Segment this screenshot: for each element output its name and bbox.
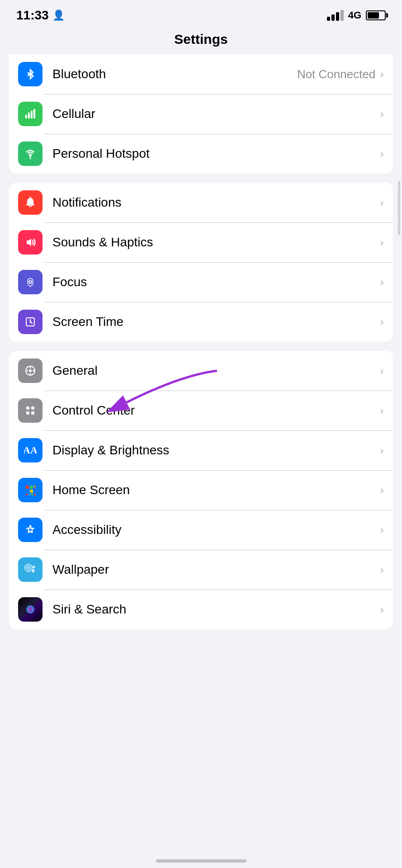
svg-rect-23 — [31, 406, 34, 410]
general-icon — [18, 359, 43, 383]
settings-row-cellular[interactable]: Cellular › — [9, 94, 393, 134]
svg-point-37 — [29, 525, 32, 528]
svg-rect-1 — [28, 113, 30, 118]
notifications-icon — [18, 190, 43, 215]
group-notifications: Notifications › Sounds & Haptics › Focus… — [9, 183, 393, 342]
settings-row-notifications[interactable]: Notifications › — [9, 183, 393, 222]
svg-point-17 — [29, 369, 32, 372]
general-chevron: › — [380, 365, 384, 377]
notifications-chevron: › — [380, 197, 384, 208]
settings-row-siri[interactable]: Siri & Search › — [9, 590, 393, 629]
display-chevron: › — [380, 444, 384, 456]
settings-row-focus[interactable]: Focus › — [9, 262, 393, 302]
svg-rect-29 — [26, 490, 29, 493]
settings-row-wallpaper[interactable]: Wallpaper › — [9, 550, 393, 590]
bluetooth-label: Bluetooth — [52, 67, 297, 81]
battery-fill — [368, 12, 379, 19]
signal-bar-2 — [331, 14, 335, 21]
sounds-chevron: › — [380, 236, 384, 248]
person-icon: 👤 — [52, 9, 65, 21]
control-center-chevron: › — [380, 405, 384, 416]
bluetooth-value: Not Connected — [297, 67, 375, 81]
focus-icon — [18, 270, 43, 294]
svg-rect-24 — [26, 411, 29, 415]
bluetooth-chevron: › — [380, 68, 384, 80]
battery-icon — [366, 10, 386, 20]
svg-point-10 — [29, 281, 31, 283]
accessibility-icon — [18, 518, 43, 542]
accessibility-chevron: › — [380, 524, 384, 536]
svg-marker-8 — [27, 239, 31, 246]
accessibility-label: Accessibility — [52, 523, 380, 537]
settings-row-home-screen[interactable]: Home Screen › — [9, 470, 393, 510]
signal-bar-3 — [336, 12, 339, 21]
svg-rect-27 — [26, 486, 29, 489]
home-screen-icon — [18, 478, 43, 502]
svg-rect-36 — [34, 494, 36, 495]
display-label: Display & Brightness — [52, 443, 380, 458]
group-connectivity: Bluetooth Not Connected › Cellular › Per — [9, 54, 393, 174]
focus-chevron: › — [380, 276, 384, 288]
sounds-icon — [18, 230, 43, 255]
signal-bars — [327, 10, 344, 21]
page-title: Settings — [0, 32, 402, 47]
notifications-label: Notifications — [52, 195, 380, 210]
home-screen-label: Home Screen — [52, 483, 380, 497]
screen-time-chevron: › — [380, 316, 384, 328]
status-right: 4G — [327, 9, 386, 21]
network-type: 4G — [348, 9, 361, 21]
signal-bar-4 — [341, 10, 344, 21]
settings-row-display[interactable]: AA Display & Brightness › — [9, 430, 393, 470]
status-bar: 11:33 👤 4G — [0, 0, 402, 27]
svg-rect-35 — [31, 494, 33, 495]
focus-label: Focus — [52, 275, 380, 289]
svg-point-41 — [33, 566, 35, 568]
svg-point-40 — [28, 567, 29, 569]
svg-rect-34 — [28, 494, 30, 495]
personal-hotspot-icon — [18, 142, 43, 166]
home-screen-chevron: › — [380, 484, 384, 496]
page-title-bar: Settings — [0, 27, 402, 54]
settings-row-accessibility[interactable]: Accessibility › — [9, 510, 393, 550]
svg-rect-30 — [30, 490, 33, 493]
svg-rect-2 — [31, 111, 33, 118]
bluetooth-icon — [18, 62, 43, 86]
scrollbar[interactable] — [398, 181, 400, 235]
svg-rect-22 — [26, 406, 29, 410]
svg-rect-3 — [33, 109, 35, 118]
screen-time-icon — [18, 310, 43, 334]
general-label: General — [52, 363, 380, 378]
svg-rect-31 — [34, 486, 36, 487]
signal-bar-1 — [327, 17, 330, 21]
wallpaper-label: Wallpaper — [52, 562, 380, 577]
clock: 11:33 — [16, 8, 49, 23]
wallpaper-chevron: › — [380, 564, 384, 576]
status-time: 11:33 👤 — [16, 8, 65, 23]
display-icon: AA — [18, 438, 43, 462]
svg-point-14 — [30, 321, 31, 323]
personal-hotspot-chevron: › — [380, 148, 384, 160]
settings-row-bluetooth[interactable]: Bluetooth Not Connected › — [9, 54, 393, 94]
cellular-label: Cellular — [52, 107, 380, 121]
siri-label: Siri & Search — [52, 602, 380, 617]
settings-row-sounds[interactable]: Sounds & Haptics › — [9, 222, 393, 262]
svg-rect-25 — [31, 411, 34, 415]
settings-row-control-center[interactable]: Control Center › — [9, 391, 393, 430]
cellular-chevron: › — [380, 108, 384, 120]
settings-row-personal-hotspot[interactable]: Personal Hotspot › — [9, 134, 393, 174]
settings-row-general[interactable]: General › — [9, 351, 393, 391]
svg-rect-28 — [30, 486, 33, 489]
svg-rect-32 — [34, 488, 36, 490]
siri-icon — [18, 597, 43, 622]
wallpaper-icon — [18, 557, 43, 582]
personal-hotspot-label: Personal Hotspot — [52, 146, 380, 161]
control-center-label: Control Center — [52, 403, 380, 418]
settings-row-screen-time[interactable]: Screen Time › — [9, 302, 393, 342]
group-general: General › Control Center › AA Display & … — [9, 351, 393, 629]
cellular-icon — [18, 102, 43, 126]
svg-rect-33 — [26, 494, 28, 495]
siri-chevron: › — [380, 604, 384, 615]
screen-time-label: Screen Time — [52, 315, 380, 329]
control-center-icon — [18, 398, 43, 423]
sounds-label: Sounds & Haptics — [52, 235, 380, 250]
